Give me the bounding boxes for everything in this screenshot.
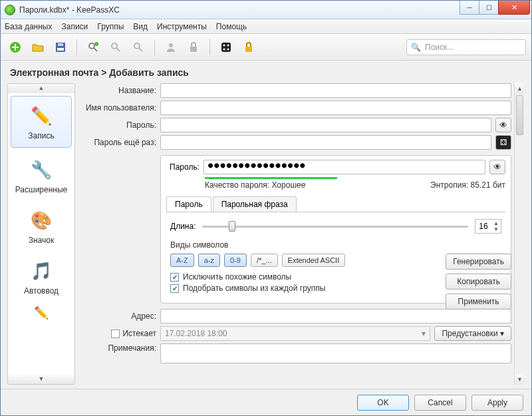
svg-rect-3 [58,43,63,46]
breadcrumb: Электронная почта > Добавить запись [7,66,525,83]
svg-point-12 [227,44,229,46]
svg-rect-10 [221,43,231,52]
tab-password[interactable]: Пароль [166,196,211,212]
expires-label: Истекает [122,329,156,338]
note-icon: 🎵 [30,260,53,282]
ok-button[interactable]: OK [357,395,409,411]
chartypes-label: Виды символов [170,240,501,250]
search-input[interactable]: 🔍 Поиск... [406,39,526,55]
menu-database[interactable]: База данных [5,22,52,31]
palette-icon: 🎨 [30,209,53,232]
length-slider[interactable] [202,220,468,233]
svg-rect-2 [57,48,64,51]
generate-password-button[interactable]: ⚃ [495,135,511,150]
url-input[interactable] [160,309,511,323]
copy-button[interactable]: Копировать [446,274,511,290]
sidenav-advanced[interactable]: 🔧 Расширенные [8,150,74,201]
sidebar-scroll-up[interactable]: ▲ [8,84,74,93]
copy-user-icon[interactable] [162,38,180,57]
gen-password-label: Пароль: [166,162,200,172]
menu-groups[interactable]: Группы [97,22,124,31]
expires-checkbox[interactable] [111,329,120,338]
apply-gen-button[interactable]: Применить [446,294,511,310]
chk-eachgroup[interactable]: ✔ [170,284,179,293]
menu-view[interactable]: Вид [133,22,148,31]
username-input[interactable] [160,101,511,115]
repeat-input[interactable] [160,135,491,150]
svg-point-4 [89,43,94,49]
toggle-extended[interactable]: Extended ASCII [282,254,346,267]
length-spinner[interactable]: 16▲▼ [475,219,501,234]
generate-button[interactable]: Генерировать [446,254,511,270]
svg-rect-15 [245,47,252,52]
save-db-icon[interactable] [51,38,70,57]
tab-passphrase[interactable]: Парольная фраза [213,196,297,212]
svg-point-7 [134,43,140,49]
form-scrollbar[interactable]: ▲▼ [514,83,525,385]
app-window: Пароли.kdbx* - KeePassXC База данных Зап… [0,0,532,416]
toolbar: 🔍 Поиск... [1,34,531,61]
sidenav-icon[interactable]: 🎨 Значок [8,201,74,252]
toggle-upper[interactable]: A-Z [170,254,194,267]
show-password-button[interactable]: 👁 [495,118,511,132]
length-label: Длина: [170,222,196,231]
svg-point-8 [169,43,173,47]
password-label: Пароль: [79,120,156,130]
open-db-icon[interactable] [29,38,47,57]
minimize-button[interactable] [460,1,479,15]
repeat-label: Пароль ещё раз: [79,138,156,147]
svg-point-14 [227,48,229,50]
svg-point-13 [223,48,225,50]
title-label: Название: [79,86,156,95]
window-title: Пароли.kdbx* - KeePassXC [19,5,460,15]
dialog-footer: OK Cancel Apply [1,389,531,415]
expires-input[interactable]: 17.02.2018 18:00 ▾ [160,326,430,341]
apply-button[interactable]: Apply [471,395,523,411]
url-label: Адрес: [79,312,156,321]
cancel-button[interactable]: Cancel [414,395,466,411]
sidebar-scroll-down[interactable]: ▼ [8,375,74,384]
edit-entry-icon[interactable] [106,38,125,57]
svg-point-11 [223,44,225,46]
menu-help[interactable]: Помощь [216,22,247,31]
close-button[interactable] [498,1,530,15]
entropy-label: Энтропия: 85.21 бит [430,180,505,190]
wrench-icon: 🔧 [30,158,53,181]
eye-icon: 👁 [499,120,507,130]
menu-entries[interactable]: Записи [61,22,88,31]
sidenav-entry[interactable]: ✏️ Запись [11,96,72,148]
delete-entry-icon[interactable] [129,38,148,57]
eye-icon: 👁 [493,162,501,172]
search-placeholder: Поиск... [425,43,454,52]
chk-exclude[interactable]: ✔ [170,273,179,282]
gen-show-button[interactable]: 👁 [489,160,505,174]
menubar: База данных Записи Группы Вид Инструмент… [1,19,531,34]
notes-input[interactable] [160,343,511,363]
svg-point-6 [112,43,117,49]
maximize-button[interactable] [479,1,499,15]
sidenav-more[interactable]: ✏️ [8,302,74,323]
new-entry-icon[interactable] [84,38,102,57]
toggle-special[interactable]: /*_... [251,254,278,267]
chevron-down-icon: ▾ [422,329,426,338]
toggle-lower[interactable]: a-z [198,254,220,267]
gen-password-field[interactable]: ●●●●●●●●●●●●●●●● [203,160,485,174]
svg-rect-9 [190,47,197,52]
lock-icon[interactable] [239,38,258,57]
dice-icon[interactable] [217,38,235,57]
entry-form: ▲▼ Название: Имя пользователя: Пароль: 👁… [79,83,525,385]
presets-button[interactable]: Предустановки ▾ [434,326,511,341]
quality-label: Качество пароля: Хорошее [205,180,305,190]
notes-label: Примечания: [79,343,156,353]
titlebar: Пароли.kdbx* - KeePassXC [1,1,531,19]
copy-password-icon[interactable] [184,38,203,57]
toggle-digits[interactable]: 0-9 [224,254,247,267]
binoculars-icon: 🔍 [411,43,421,52]
title-input[interactable] [160,83,511,98]
menu-tools[interactable]: Инструменты [157,22,207,31]
svg-point-5 [94,42,98,46]
new-db-icon[interactable] [6,38,25,57]
app-icon [5,5,15,15]
sidenav-autotype[interactable]: 🎵 Автоввод [8,252,74,302]
password-input[interactable] [160,118,491,132]
